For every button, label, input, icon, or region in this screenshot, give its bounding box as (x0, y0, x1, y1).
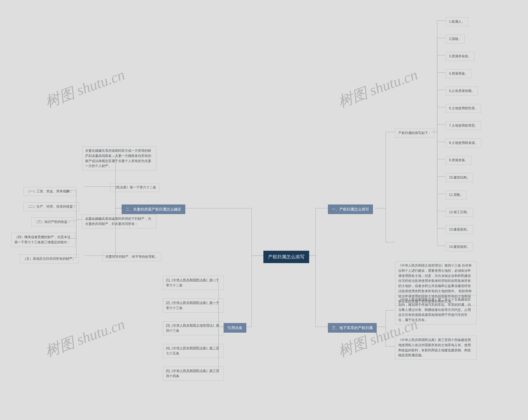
s1-item-3: 3.房屋所有权。 (446, 52, 475, 61)
s1-item-12: 12.竣工日期。 (446, 208, 473, 217)
s1-item-5: 5.占有房屋份额。 (446, 87, 478, 95)
s4-item-5: [5]《中华人民共和国民法典》第三百四十四条 (163, 367, 224, 381)
s2-item-4: （四）继承或者受赠的财产，但是本法第一千零六十三条第三项规定的除外； (11, 233, 75, 247)
s1-heading: 产权归属的填写如下： (395, 129, 434, 138)
s3-p2: 《中华人民共和国民法典》第三百四十四条建设用地使用权人依法对国家所有的土地享有占… (395, 336, 477, 360)
s1-item-1: 1.权属人。 (446, 17, 468, 26)
s1-item-13: 13.建基面积。 (446, 225, 473, 234)
s2-item-5: （五）其他应当归共同所有的财产。 (20, 255, 79, 263)
s1-item-9: 9.房屋坐落。 (446, 156, 471, 165)
watermark: 树图 shutu.cn (335, 65, 420, 112)
s1-item-4: 4.房屋用途。 (446, 69, 471, 78)
s2-p1: 夫妻在婚姻关系存续期间双方或一方所得的财产归夫妻共同所有；夫妻一方婚前各自所有的… (82, 146, 156, 171)
s1-item-8: 8.土地使用权来源。 (446, 139, 481, 147)
s2-p4: 夫妻对共同财产，有平等的处理权。 (102, 252, 161, 261)
s1-item-6: 6.土地使用权性质。 (446, 104, 481, 113)
s4-item-4: [4]《中华人民共和国民法典》第二百七十五条 (163, 344, 224, 358)
s2-p2: 《民法典》第一千零六十二条 (110, 183, 159, 192)
branch-1[interactable]: 一、产权归属怎么填写 (328, 205, 373, 214)
s2-item-1: （一）工资、奖金、劳务报酬； (24, 187, 76, 196)
watermark: 树图 shutu.cn (42, 65, 127, 112)
s2-item-2: （二）生产、经营、投资的收益； (24, 202, 79, 211)
branch-3[interactable]: 三、地下车库的产权归属 (328, 323, 377, 333)
s1-item-7: 7.土地使用权类型。 (446, 121, 481, 130)
branch-2[interactable]: 二、夫妻的房屋产权归属怎么确定 (122, 205, 185, 214)
s3-p1: 《中华人民共和国民法典》第二百七十五条建筑区划内，规划用于停放汽车的车位、车库的… (395, 295, 477, 325)
s1-item-2: 2.国籍。 (446, 35, 465, 44)
root-node[interactable]: 产权归属怎么填写 (263, 251, 309, 263)
s1-item-10: 10.建筑结构。 (446, 173, 473, 182)
s4-item-2: [2]《中华人民共和国民法典》第一千零六十三条 (163, 299, 224, 313)
s2-item-3: （三）知识产权的收益； (31, 218, 74, 226)
s2-p3: 夫妻在婚姻关系存续期间所得的下列财产，为夫妻的共同财产，归夫妻共同所有： (82, 214, 156, 228)
branch-4[interactable]: 引用法条 (224, 323, 246, 333)
s1-item-14: 14.建筑面积。 (446, 243, 473, 251)
watermark: 树图 shutu.cn (42, 314, 127, 361)
s4-item-1: [1]《中华人民共和国民法典》第一千零六十二条 (163, 276, 224, 290)
s1-item-11: 11.层数。 (446, 190, 467, 199)
s4-item-3: [3]《中华人民共和国土地管理法》第四十三条 (163, 321, 224, 335)
